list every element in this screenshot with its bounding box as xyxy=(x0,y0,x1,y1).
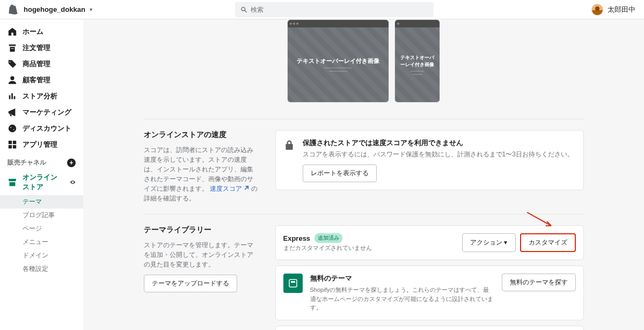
library-section: テーマライブラリー ストアのテーマを管理します。テーマを追加・公開して、オンライ… xyxy=(144,214,584,330)
svg-rect-2 xyxy=(9,141,12,144)
sidebar-sub-blog[interactable]: ブログ記事 xyxy=(0,209,83,222)
sidebar-sub-domain[interactable]: ドメイン xyxy=(0,249,83,262)
external-icon xyxy=(244,185,249,191)
svg-rect-6 xyxy=(289,279,297,287)
chevron-down-icon: ▾ xyxy=(90,6,92,12)
theme-name: Express xyxy=(283,234,311,242)
sidebar-sub-pages[interactable]: ページ xyxy=(0,222,83,235)
sidebar-item-label: 商品管理 xyxy=(23,59,50,69)
sidebar-item-apps[interactable]: アプリ管理 xyxy=(0,137,83,153)
sidebar-item-orders[interactable]: 注文管理 xyxy=(0,40,83,56)
sidebar-channels-heading: 販売チャネル + xyxy=(0,153,83,169)
user-name: 太郎田中 xyxy=(608,5,635,15)
store-icon xyxy=(8,177,17,187)
theme-previews: テキストオーバーレイ付き画像 ──────────────────── テキスト… xyxy=(144,19,584,103)
svg-point-1 xyxy=(9,125,16,132)
preview-desktop: テキストオーバーレイ付き画像 ──────────────────── xyxy=(287,19,389,103)
theme-sub: まだカスタマイズされていません xyxy=(283,244,372,252)
customize-button[interactable]: カスタマイズ xyxy=(520,233,576,252)
search-bar[interactable] xyxy=(235,2,434,17)
added-badge: 追加済み xyxy=(314,233,342,243)
sidebar-item-label: 注文管理 xyxy=(23,43,50,53)
upload-theme-button[interactable]: テーマをアップロードする xyxy=(144,275,237,292)
channel-label: オンラインストア xyxy=(23,173,64,192)
free-themes-title: 無料のテーマ xyxy=(310,274,494,283)
theme-store-card: Shopify テーマストア 検索と絞り込みのツールを使用して、無料とセレクトさ… xyxy=(275,326,584,331)
free-theme-icon xyxy=(283,274,303,293)
sidebar-item-label: ディスカウント xyxy=(23,124,71,133)
explore-free-themes-button[interactable]: 無料のテーマを探す xyxy=(502,274,576,291)
sidebar-item-label: ストア分析 xyxy=(23,91,57,101)
apps-icon xyxy=(8,140,17,149)
library-heading: テーマライブラリー xyxy=(144,225,259,235)
sidebar: ホーム 注文管理 商品管理 顧客管理 ストア分析 マーケティング ディスカウント xyxy=(0,19,83,330)
sidebar-item-label: アプリ管理 xyxy=(23,140,57,149)
speed-heading: オンラインストアの速度 xyxy=(144,130,259,140)
svg-rect-5 xyxy=(13,145,16,148)
search-icon xyxy=(240,6,247,13)
sidebar-item-analytics[interactable]: ストア分析 xyxy=(0,88,83,104)
action-dropdown-button[interactable]: アクション ▾ xyxy=(462,233,515,252)
sidebar-item-label: 顧客管理 xyxy=(23,75,50,85)
orders-icon xyxy=(8,43,17,53)
speed-card-desc: スコアを表示するには、パスワード保護を無効にし、計測されるまで1〜3日お待ちくだ… xyxy=(303,150,574,159)
home-icon xyxy=(8,27,17,37)
sidebar-item-products[interactable]: 商品管理 xyxy=(0,56,83,72)
speed-card: 保護されたストアでは速度スコアを利用できません スコアを表示するには、パスワード… xyxy=(275,130,584,190)
sidebar-item-marketing[interactable]: マーケティング xyxy=(0,104,83,120)
store-name: hogehoge_dokkan xyxy=(24,5,85,13)
svg-point-0 xyxy=(10,76,14,80)
speed-desc: スコアは、訪問者にストアの読み込み速度を示しています。ストアの速度は、インストー… xyxy=(144,145,259,203)
sidebar-channel-online-store[interactable]: オンラインストア xyxy=(0,169,83,195)
svg-rect-4 xyxy=(9,145,12,148)
library-desc: ストアのテーマを管理します。テーマを追加・公開して、オンラインストアの見た目を変… xyxy=(144,240,259,269)
express-theme-row: Express 追加済み まだカスタマイズされていません アクション ▾ カスタ… xyxy=(275,225,584,260)
megaphone-icon xyxy=(8,107,17,117)
speed-section: オンラインストアの速度 スコアは、訪問者にストアの読み込み速度を示しています。ス… xyxy=(144,119,584,214)
svg-rect-3 xyxy=(13,141,16,144)
sidebar-item-label: ホーム xyxy=(23,27,43,37)
search-input[interactable] xyxy=(251,6,428,13)
discount-icon xyxy=(8,124,17,133)
store-switcher[interactable]: hogehoge_dokkan ▾ xyxy=(9,4,92,15)
tag-icon xyxy=(8,59,17,69)
sidebar-item-customers[interactable]: 顧客管理 xyxy=(0,72,83,88)
sidebar-sub-menu[interactable]: メニュー xyxy=(0,235,83,249)
sidebar-item-discounts[interactable]: ディスカウント xyxy=(0,120,83,137)
person-icon xyxy=(8,75,17,85)
speed-score-link[interactable]: 速度スコア xyxy=(210,185,249,192)
sidebar-item-label: マーケティング xyxy=(23,107,71,117)
svg-rect-7 xyxy=(291,281,295,283)
chart-icon xyxy=(8,91,17,101)
avatar xyxy=(591,4,603,16)
speed-card-title: 保護されたストアでは速度スコアを利用できません xyxy=(303,138,574,148)
shopify-icon xyxy=(9,4,19,15)
sidebar-sub-settings[interactable]: 各種設定 xyxy=(0,262,83,276)
sidebar-sub-themes[interactable]: テーマ xyxy=(0,195,83,209)
content-area: テキストオーバーレイ付き画像 ──────────────────── テキスト… xyxy=(83,19,644,330)
free-themes-card: 無料のテーマ Shopifyの無料テーマを探しましょう。これらのテーマはすべて、… xyxy=(275,266,584,320)
add-channel-button[interactable]: + xyxy=(67,159,76,167)
eye-icon[interactable] xyxy=(70,178,76,186)
user-menu[interactable]: 太郎田中 xyxy=(591,4,635,16)
topbar: hogehoge_dokkan ▾ 太郎田中 xyxy=(0,0,644,19)
view-report-button[interactable]: レポートを表示する xyxy=(303,164,377,182)
preview-mobile: テキストオーバーレイ付き画像 ────────── xyxy=(394,19,440,103)
sidebar-item-home[interactable]: ホーム xyxy=(0,24,83,40)
lock-icon xyxy=(283,139,295,151)
free-themes-desc: Shopifyの無料テーマを探しましょう。これらのテーマはすべて、最適なホームペ… xyxy=(310,285,494,312)
